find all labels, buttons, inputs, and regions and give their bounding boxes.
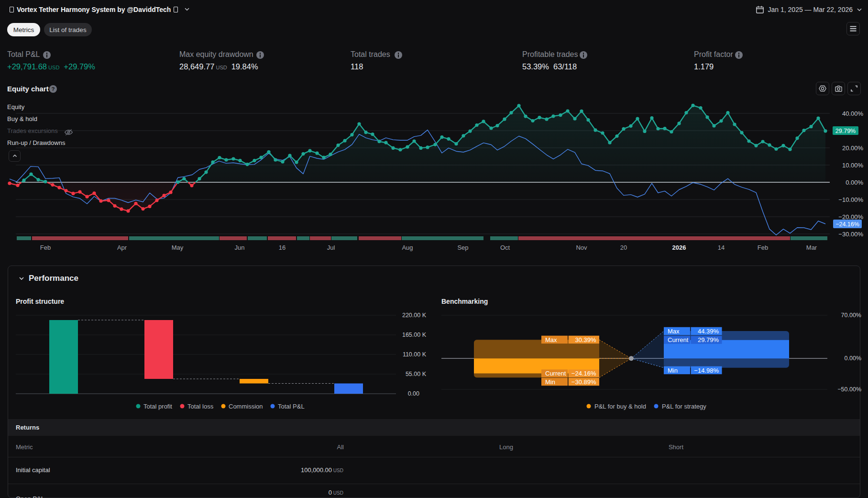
svg-text:29.79%: 29.79% [835,128,856,134]
svg-text:2026: 2026 [672,244,686,251]
svg-text:55.00 K: 55.00 K [406,371,427,377]
svg-text:Min: Min [545,378,555,386]
svg-text:Jul: Jul [327,244,335,251]
svg-text:Commission: Commission [229,403,263,410]
svg-text:20.00%: 20.00% [842,144,864,152]
svg-text:Oct: Oct [500,244,510,251]
svg-text:0.00%: 0.00% [845,355,861,362]
svg-text:−24.16%: −24.16% [835,221,859,228]
svg-text:−14.98%: −14.98% [694,367,719,374]
svg-text:20: 20 [620,244,627,251]
svg-text:16: 16 [279,244,286,251]
svg-text:0.00: 0.00 [408,390,419,397]
svg-text:44.39%: 44.39% [698,328,719,335]
svg-text:Sep: Sep [457,244,468,251]
svg-text:70.00%: 70.00% [841,312,861,319]
svg-text:0.00%: 0.00% [846,179,863,186]
svg-text:−24.16%: −24.16% [571,370,596,377]
svg-text:110.00 K: 110.00 K [403,351,427,358]
svg-text:Current: Current [545,370,566,377]
svg-text:−50.00%: −50.00% [837,386,861,393]
svg-text:165.00 K: 165.00 K [402,332,427,338]
svg-text:Current: Current [668,336,689,343]
svg-text:Apr: Apr [117,244,127,251]
svg-text:14: 14 [718,244,725,251]
svg-text:−10.00%: −10.00% [838,196,863,203]
svg-text:Jun: Jun [235,244,245,251]
svg-text:Total profit: Total profit [143,403,172,410]
svg-text:Aug: Aug [402,244,413,251]
svg-text:Min: Min [668,367,678,374]
svg-text:Max: Max [545,336,557,343]
svg-text:220.00 K: 220.00 K [402,312,427,319]
svg-text:30.39%: 30.39% [575,336,596,343]
svg-text:P&L for strategy: P&L for strategy [662,403,706,410]
svg-text:−30.89%: −30.89% [571,378,596,386]
svg-text:Max: Max [668,328,680,335]
svg-text:−30.00%: −30.00% [838,231,863,238]
svg-text:Feb: Feb [40,244,51,251]
svg-text:40.00%: 40.00% [842,110,864,117]
svg-text:P&L for buy & hold: P&L for buy & hold [594,403,646,410]
svg-text:10.00%: 10.00% [842,162,864,169]
svg-text:Total P&L: Total P&L [278,403,305,410]
svg-text:29.79%: 29.79% [698,336,719,343]
svg-text:May: May [172,244,184,251]
svg-text:Mar: Mar [806,244,817,251]
svg-text:−20.00%: −20.00% [838,213,863,221]
svg-text:Feb: Feb [758,244,768,251]
svg-text:Nov: Nov [576,244,587,251]
svg-text:Total loss: Total loss [187,403,214,410]
